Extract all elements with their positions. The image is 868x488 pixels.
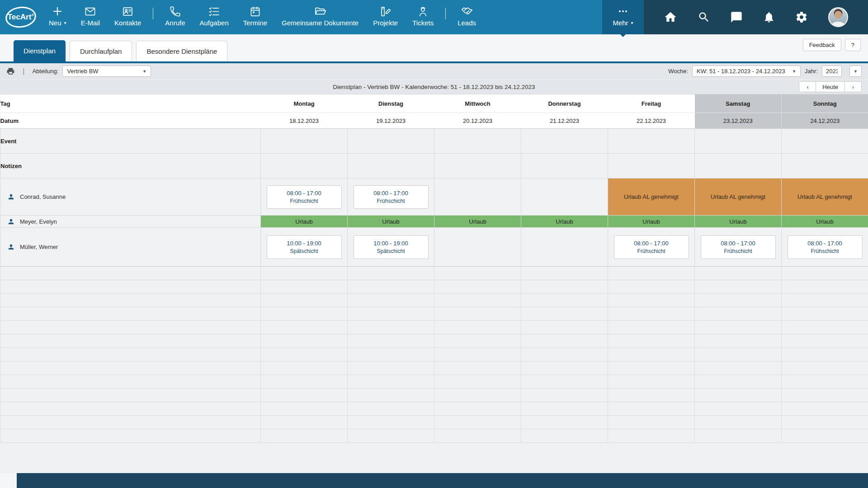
nav-item-kontakte[interactable]: Kontakte xyxy=(107,0,148,34)
schedule-cell[interactable] xyxy=(782,294,868,307)
schedule-cell[interactable] xyxy=(261,348,348,361)
schedule-cell[interactable] xyxy=(261,334,348,348)
schedule-cell[interactable] xyxy=(521,294,608,307)
schedule-cell[interactable] xyxy=(521,178,608,216)
schedule-cell[interactable] xyxy=(348,348,434,361)
nav-item-leads[interactable]: Leads xyxy=(450,0,483,34)
schedule-cell[interactable] xyxy=(434,267,521,280)
chat-button[interactable] xyxy=(730,11,743,23)
tab-besondere-dienstplaene[interactable]: Besondere Dienstpläne xyxy=(136,41,227,61)
schedule-cell[interactable] xyxy=(0,307,261,321)
schedule-cell[interactable] xyxy=(348,294,434,307)
schedule-cell[interactable] xyxy=(782,267,868,280)
schedule-cell[interactable] xyxy=(695,348,782,361)
schedule-cell[interactable] xyxy=(348,334,434,348)
abteilung-select[interactable]: Vertrieb BW ▼ xyxy=(62,66,151,77)
schedule-cell[interactable] xyxy=(608,429,695,443)
schedule-cell[interactable] xyxy=(695,375,782,389)
event-cell[interactable] xyxy=(348,129,434,154)
nav-item-termine[interactable]: Termine xyxy=(236,0,274,34)
schedule-cell[interactable] xyxy=(348,267,434,280)
help-button[interactable]: ? xyxy=(845,39,861,51)
schedule-cell[interactable] xyxy=(608,416,695,429)
tecart-logo[interactable]: TecArt® xyxy=(0,0,42,34)
schedule-cell[interactable] xyxy=(261,402,348,416)
schedule-cell[interactable] xyxy=(782,429,868,443)
schedule-cell[interactable] xyxy=(521,348,608,361)
schedule-cell[interactable] xyxy=(782,361,868,375)
schedule-cell[interactable] xyxy=(348,361,434,375)
schedule-cell[interactable]: 08:00 - 17:00Frühschicht xyxy=(608,228,695,267)
schedule-cell[interactable] xyxy=(782,348,868,361)
schedule-cell[interactable] xyxy=(261,375,348,389)
schedule-cell[interactable] xyxy=(434,178,521,216)
schedule-cell[interactable] xyxy=(521,228,608,267)
schedule-cell[interactable] xyxy=(0,294,261,307)
shift-entry[interactable]: 10:00 - 19:00Spätschicht xyxy=(267,235,342,259)
schedule-cell[interactable] xyxy=(521,280,608,294)
shift-entry[interactable]: 08:00 - 17:00Frühschicht xyxy=(267,185,342,209)
vacation-approved-cell[interactable]: Urlaub AL genehmigt xyxy=(695,178,782,216)
notizen-cell[interactable] xyxy=(261,154,348,178)
vacation-cell[interactable]: Urlaub xyxy=(348,216,434,228)
schedule-cell[interactable] xyxy=(782,416,868,429)
schedule-cell[interactable] xyxy=(695,294,782,307)
schedule-cell[interactable] xyxy=(608,348,695,361)
shift-entry[interactable]: 08:00 - 17:00Frühschicht xyxy=(788,235,863,259)
schedule-cell[interactable] xyxy=(434,375,521,389)
shift-entry[interactable]: 10:00 - 19:00Spätschicht xyxy=(354,235,429,259)
schedule-cell[interactable] xyxy=(434,334,521,348)
schedule-cell[interactable] xyxy=(608,280,695,294)
schedule-cell[interactable] xyxy=(521,361,608,375)
schedule-cell[interactable] xyxy=(0,321,261,334)
schedule-cell[interactable]: 10:00 - 19:00Spätschicht xyxy=(348,228,434,267)
gear-button[interactable] xyxy=(795,11,808,23)
schedule-cell[interactable] xyxy=(608,375,695,389)
schedule-cell[interactable] xyxy=(521,416,608,429)
schedule-cell[interactable] xyxy=(782,321,868,334)
schedule-cell[interactable] xyxy=(348,416,434,429)
nav-item-aufgaben[interactable]: Aufgaben xyxy=(193,0,236,34)
jahr-input[interactable] xyxy=(822,66,842,77)
schedule-cell[interactable] xyxy=(695,307,782,321)
schedule-cell[interactable] xyxy=(434,321,521,334)
schedule-cell[interactable] xyxy=(261,307,348,321)
schedule-cell[interactable] xyxy=(0,402,261,416)
schedule-cell[interactable] xyxy=(782,334,868,348)
print-button[interactable] xyxy=(6,67,15,75)
schedule-cell[interactable] xyxy=(434,348,521,361)
nav-item-e-mail[interactable]: E-Mail xyxy=(74,0,108,34)
schedule-cell[interactable] xyxy=(0,361,261,375)
schedule-cell[interactable] xyxy=(695,429,782,443)
schedule-cell[interactable] xyxy=(608,389,695,402)
schedule-cell[interactable] xyxy=(261,389,348,402)
schedule-cell[interactable] xyxy=(261,416,348,429)
schedule-cell[interactable] xyxy=(0,267,261,280)
schedule-cell[interactable] xyxy=(434,361,521,375)
schedule-cell[interactable] xyxy=(521,375,608,389)
notizen-cell[interactable] xyxy=(608,154,695,178)
schedule-cell[interactable] xyxy=(434,429,521,443)
schedule-cell[interactable] xyxy=(0,429,261,443)
schedule-cell[interactable] xyxy=(782,389,868,402)
user-avatar[interactable] xyxy=(828,7,848,27)
schedule-cell[interactable] xyxy=(434,389,521,402)
vacation-approved-cell[interactable]: Urlaub AL genehmigt xyxy=(608,178,695,216)
schedule-cell[interactable] xyxy=(695,334,782,348)
nav-item-anrufe[interactable]: Anrufe xyxy=(158,0,192,34)
schedule-cell[interactable] xyxy=(608,321,695,334)
schedule-cell[interactable] xyxy=(261,267,348,280)
schedule-cell[interactable] xyxy=(782,375,868,389)
notizen-cell[interactable] xyxy=(348,154,434,178)
vacation-approved-cell[interactable]: Urlaub AL genehmigt xyxy=(782,178,868,216)
schedule-cell[interactable] xyxy=(782,402,868,416)
schedule-cell[interactable] xyxy=(0,348,261,361)
vacation-cell[interactable]: Urlaub xyxy=(434,216,521,228)
schedule-cell[interactable]: 08:00 - 17:00Frühschicht xyxy=(348,178,434,216)
schedule-cell[interactable] xyxy=(434,228,521,267)
schedule-cell[interactable] xyxy=(695,416,782,429)
schedule-cell[interactable] xyxy=(695,321,782,334)
nav-item-neu[interactable]: Neu▾ xyxy=(42,0,74,34)
vacation-cell[interactable]: Urlaub xyxy=(782,216,868,228)
shift-entry[interactable]: 08:00 - 17:00Frühschicht xyxy=(701,235,776,259)
